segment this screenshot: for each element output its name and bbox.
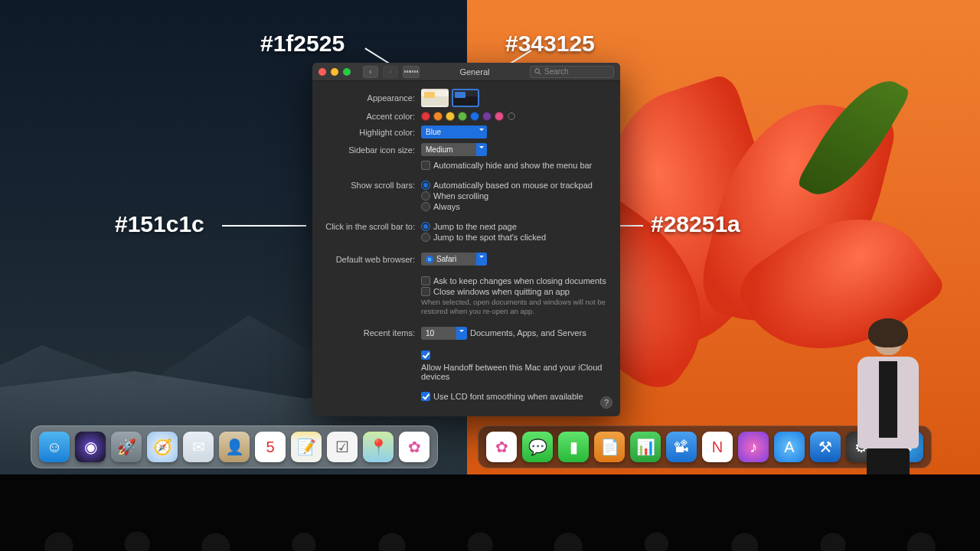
label-recent: Recent items: [323, 328, 421, 337]
appearance-light[interactable] [421, 89, 449, 107]
dock-siri-icon[interactable]: ◉ [75, 432, 106, 462]
window-title: General [424, 67, 525, 77]
highlight-select[interactable]: Blue [421, 126, 487, 139]
dock-notes-icon[interactable]: 📝 [291, 432, 322, 462]
dock-safari-icon[interactable]: 🧭 [147, 432, 178, 462]
dock-launchpad-icon[interactable]: 🚀 [111, 432, 142, 462]
close-windows-checkbox[interactable] [421, 287, 430, 296]
accent-swatch[interactable] [458, 112, 467, 121]
dock-facetime-icon[interactable]: ▮ [558, 432, 589, 462]
dock-contacts-icon[interactable]: 👤 [219, 432, 250, 462]
help-button[interactable]: ? [600, 396, 612, 409]
dock-numbers-icon[interactable]: 📊 [630, 432, 661, 462]
accent-swatch[interactable] [470, 112, 479, 121]
annotation-mid-left: #151c1c [115, 211, 204, 237]
close-windows-note: When selected, open documents and window… [421, 298, 609, 316]
accent-swatch-none[interactable] [507, 112, 516, 121]
dock-photos-icon[interactable]: ✿ [486, 432, 517, 462]
minimize-button[interactable] [331, 68, 338, 76]
scroll-radio-always[interactable] [421, 202, 430, 211]
svg-line-1 [539, 73, 541, 74]
titlebar[interactable]: ‹ › General Search [312, 63, 620, 81]
safari-icon [426, 256, 433, 263]
annotation-top-right: #343125 [505, 31, 595, 57]
label-appearance: Appearance: [323, 93, 421, 103]
label-accent: Accent color: [323, 112, 421, 121]
dock-xcode-icon[interactable]: ⚒ [810, 432, 841, 462]
dock-news-icon[interactable]: N [702, 432, 733, 462]
appearance-dark[interactable] [452, 89, 479, 107]
dock-mail-icon[interactable]: ✉ [183, 432, 214, 462]
zoom-button[interactable] [343, 68, 351, 76]
ask-keep-checkbox[interactable] [421, 276, 430, 285]
label-click-scroll: Click in the scroll bar to: [323, 222, 421, 231]
dock-itunes-icon[interactable]: ♪ [738, 432, 769, 462]
label-highlight: Highlight color: [323, 128, 421, 137]
dock-keynote-icon[interactable]: 📽 [666, 432, 697, 462]
search-icon [534, 68, 541, 75]
dock-finder-icon[interactable]: ☺ [39, 432, 70, 462]
accent-swatch[interactable] [433, 112, 443, 121]
svg-point-0 [535, 69, 539, 73]
show-all-button[interactable] [403, 66, 420, 78]
dock-messages-icon[interactable]: 💬 [522, 432, 553, 462]
label-scrollbars: Show scroll bars: [323, 181, 421, 190]
dock-reminders-icon[interactable]: ☑ [327, 432, 358, 462]
accent-swatch[interactable] [482, 112, 492, 121]
search-field[interactable]: Search [530, 66, 614, 78]
dock-appstore-icon[interactable]: A [774, 432, 805, 462]
lcd-checkbox[interactable] [421, 392, 430, 401]
click-radio-spot[interactable] [421, 233, 430, 242]
label-browser: Default web browser: [323, 255, 421, 264]
audience [0, 474, 980, 551]
scroll-radio-auto[interactable] [421, 181, 430, 190]
sidebar-size-select[interactable]: Medium [421, 143, 487, 156]
system-preferences-window: ‹ › General Search Appearance: Accent co… [312, 63, 620, 416]
scroll-radio-scrolling[interactable] [421, 191, 430, 201]
annotation-top-left: #1f2525 [260, 31, 345, 57]
dock-maps-icon[interactable]: 📍 [363, 432, 394, 462]
dock-pages-icon[interactable]: 📄 [594, 432, 625, 462]
accent-swatch[interactable] [446, 112, 455, 121]
accent-swatch[interactable] [421, 112, 430, 121]
forward-button[interactable]: › [383, 66, 398, 78]
dock-left[interactable]: ☺◉🚀🧭✉👤5📝☑📍✿ [31, 425, 438, 468]
recent-select[interactable]: 10 [421, 327, 467, 340]
annotation-mid-right: #28251a [651, 211, 740, 237]
back-button[interactable]: ‹ [363, 66, 378, 78]
browser-select[interactable]: Safari [421, 253, 487, 266]
dock-calendar-icon[interactable]: 5 [255, 432, 286, 462]
dock-photos-icon[interactable]: ✿ [399, 432, 430, 462]
autohide-checkbox[interactable] [421, 161, 430, 170]
handoff-checkbox[interactable] [421, 350, 430, 360]
click-radio-next[interactable] [421, 222, 430, 231]
accent-swatch[interactable] [495, 112, 504, 121]
label-autohide: Automatically hide and show the menu bar [433, 161, 592, 170]
close-button[interactable] [318, 68, 326, 76]
label-sidebar: Sidebar icon size: [323, 145, 421, 155]
